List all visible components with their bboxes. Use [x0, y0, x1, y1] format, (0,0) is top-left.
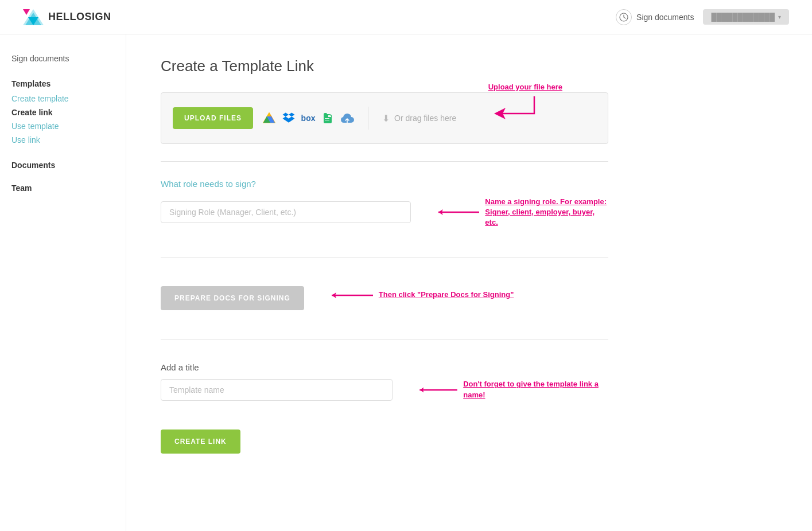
logo: HELLOSIGN [23, 9, 111, 25]
role-label-highlight: role [183, 179, 197, 189]
sidebar-top-section: Sign documents [11, 52, 114, 65]
prepare-docs-button[interactable]: PREPARE DOCS FOR SIGNING [161, 286, 304, 310]
role-annotation-line2: Signer, client, employer, buyer, etc. [485, 207, 608, 228]
chevron-down-icon: ▾ [778, 14, 781, 20]
logo-text: HELLOSIGN [48, 11, 111, 23]
title-section: Add a title Don't forget to give the tem… [161, 357, 608, 401]
upload-divider [368, 107, 368, 130]
prepare-section: PREPARE DOCS FOR SIGNING Then click "Pre… [161, 275, 608, 322]
role-annotation-text: Name a signing role. For example: Signer… [485, 197, 608, 228]
sidebar-team-title: Team [11, 183, 114, 193]
header-sign-docs-label: Sign documents [636, 13, 694, 22]
role-arrow [434, 206, 479, 218]
prepare-row: PREPARE DOCS FOR SIGNING Then click "Pre… [161, 280, 608, 310]
upload-annotation: Upload your file here [488, 82, 562, 122]
header: HELLOSIGN Sign documents ████████████ ▾ [0, 0, 812, 34]
sidebar-documents-title: Documents [11, 161, 114, 170]
role-input-row: Name a signing role. For example: Signer… [161, 197, 608, 228]
sidebar: Sign documents Templates Create template… [0, 34, 126, 531]
role-label: What role needs to sign? [161, 179, 608, 189]
svg-marker-3 [23, 9, 30, 15]
signing-role-input[interactable] [161, 201, 411, 223]
create-link-section: CREATE LINK [161, 418, 608, 454]
template-name-row: Don't forget to give the template link a… [161, 379, 608, 401]
divider-3 [161, 339, 608, 339]
template-name-arrow [415, 384, 457, 396]
sign-docs-icon [616, 9, 632, 25]
main-content: Create a Template Link UPLOAD FILES box [126, 34, 643, 531]
cloud-storage-icons: box [262, 111, 354, 125]
download-icon: ⬇ [382, 113, 390, 124]
sidebar-documents-section: Documents [11, 161, 114, 170]
prepare-arrow [327, 290, 373, 301]
role-annotation-line1: Name a signing role. For example: [485, 197, 608, 207]
page-title: Create a Template Link [161, 57, 608, 75]
create-link-button[interactable]: CREATE LINK [161, 430, 240, 454]
upload-section-container: UPLOAD FILES box [161, 92, 608, 144]
template-name-annotation-text: Don't forget to give the template link a… [463, 379, 608, 400]
sidebar-item-use-template[interactable]: Use template [11, 119, 114, 133]
role-section: What role needs to sign? Name a signing … [161, 179, 608, 240]
template-name-annotation-row: Don't forget to give the template link a… [415, 379, 608, 400]
google-drive-icon [262, 111, 276, 125]
sidebar-templates-title: Templates [11, 79, 114, 88]
header-user-name: ████████████ [711, 13, 775, 21]
sidebar-team-section: Team [11, 183, 114, 193]
add-title-label: Add a title [161, 362, 608, 372]
divider-2 [161, 257, 608, 257]
upload-files-button[interactable]: UPLOAD FILES [173, 107, 253, 129]
sidebar-templates-section: Templates Create template Create link Us… [11, 79, 114, 147]
divider-1 [161, 161, 608, 162]
role-label-post: needs to sign? [197, 179, 256, 189]
box-icon: box [301, 111, 315, 125]
sidebar-item-create-link[interactable]: Create link [11, 106, 114, 119]
prepare-annotation-text: Then click "Prepare Docs for Signing" [379, 290, 514, 300]
role-label-pre: What [161, 179, 183, 189]
sidebar-item-sign-documents[interactable]: Sign documents [11, 52, 114, 65]
header-right: Sign documents ████████████ ▾ [616, 9, 789, 25]
evernote-icon [321, 111, 335, 125]
cloud-upload-icon [340, 111, 354, 125]
role-annotation-row: Name a signing role. For example: Signer… [434, 197, 608, 228]
layout: Sign documents Templates Create template… [0, 34, 812, 531]
drag-files-text: Or drag files here [394, 114, 456, 123]
upload-arrow [488, 93, 546, 122]
upload-annotation-text: Upload your file here [488, 82, 562, 92]
header-sign-docs-link[interactable]: Sign documents [616, 9, 694, 25]
header-user-menu[interactable]: ████████████ ▾ [703, 9, 789, 25]
prepare-annotation-row: Then click "Prepare Docs for Signing" [327, 290, 514, 301]
template-name-input[interactable] [161, 379, 393, 401]
sidebar-item-use-link[interactable]: Use link [11, 133, 114, 147]
logo-icon [23, 9, 44, 25]
sidebar-item-create-template[interactable]: Create template [11, 92, 114, 106]
dropbox-icon [282, 111, 296, 125]
